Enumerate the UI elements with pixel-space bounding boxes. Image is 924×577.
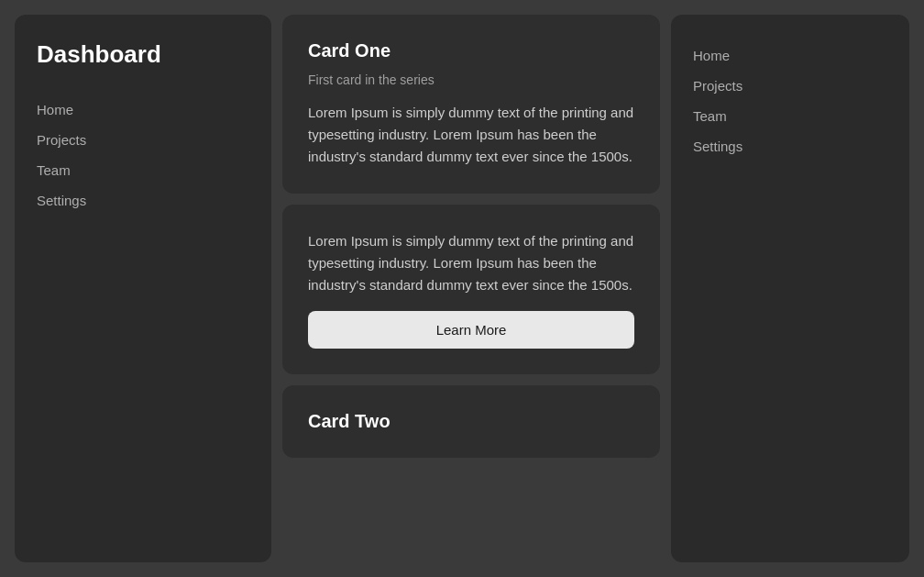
card-one-body: Lorem Ipsum is simply dummy text of the … xyxy=(308,102,634,168)
card-two-body: Lorem Ipsum is simply dummy text of the … xyxy=(308,230,634,296)
sidebar-item-settings[interactable]: Settings xyxy=(37,185,249,216)
dashboard-title: Dashboard xyxy=(37,40,249,69)
card-two: Lorem Ipsum is simply dummy text of the … xyxy=(282,205,660,374)
right-sidebar-item-team[interactable]: Team xyxy=(693,101,887,131)
left-nav: Home Projects Team Settings xyxy=(37,94,249,216)
right-sidebar-item-home[interactable]: Home xyxy=(693,40,887,71)
right-sidebar-item-projects[interactable]: Projects xyxy=(693,71,887,101)
right-nav: Home Projects Team Settings xyxy=(693,40,887,161)
sidebar-item-team[interactable]: Team xyxy=(37,155,249,185)
card-three-title: Card Two xyxy=(308,411,634,432)
center-content: Card One First card in the series Lorem … xyxy=(282,15,660,562)
sidebar-item-home[interactable]: Home xyxy=(37,94,249,125)
right-sidebar-item-settings[interactable]: Settings xyxy=(693,131,887,161)
learn-more-button[interactable]: Learn More xyxy=(308,311,634,349)
sidebar-item-projects[interactable]: Projects xyxy=(37,125,249,155)
card-one-subtitle: First card in the series xyxy=(308,72,634,87)
sidebar-left: Dashboard Home Projects Team Settings xyxy=(15,15,271,562)
main-layout: Dashboard Home Projects Team Settings Ca… xyxy=(15,15,909,562)
sidebar-right: Home Projects Team Settings xyxy=(671,15,909,562)
card-one-title: Card One xyxy=(308,40,634,61)
card-three: Card Two xyxy=(282,385,660,458)
card-one: Card One First card in the series Lorem … xyxy=(282,15,660,194)
